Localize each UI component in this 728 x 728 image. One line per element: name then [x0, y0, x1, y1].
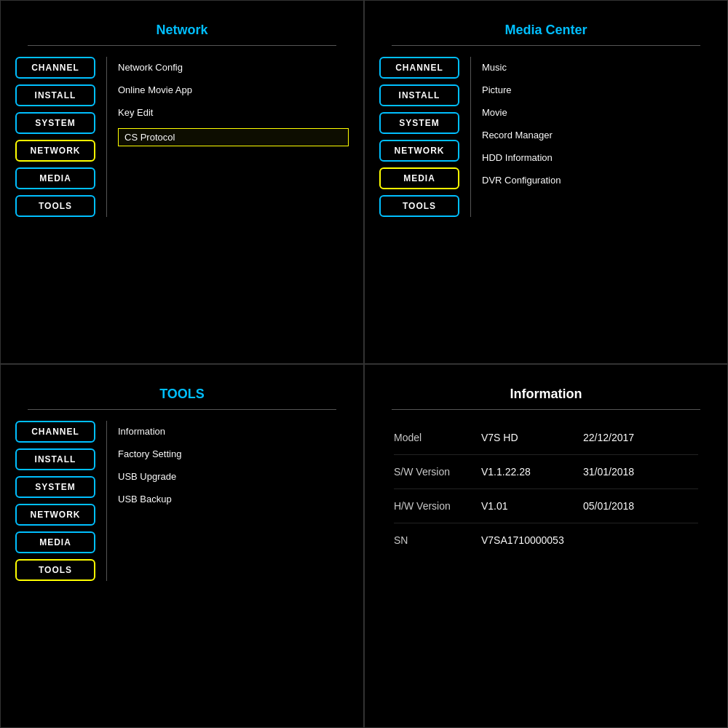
media-center-divider	[392, 45, 700, 46]
media-menu-picture[interactable]: Picture	[482, 83, 713, 97]
network-menu-key-edit[interactable]: Key Edit	[118, 106, 349, 119]
media-center-quadrant: Media Center CHANNEL INSTALL SYSTEM NETW…	[364, 0, 728, 364]
info-label-model: Model	[394, 432, 467, 443]
tools-title: TOOLS	[159, 387, 205, 402]
info-label-hw: H/W Version	[394, 500, 467, 512]
info-date-model: 22/12/2017	[583, 432, 634, 443]
info-value-sw: V1.1.22.28	[481, 466, 569, 478]
network-btn-channel[interactable]: CHANNEL	[15, 57, 95, 79]
tools-nav: CHANNEL INSTALL SYSTEM NETWORK MEDIA TOO…	[15, 421, 95, 581]
tools-menu-information[interactable]: Information	[118, 424, 349, 438]
network-btn-media[interactable]: MEDIA	[15, 167, 95, 189]
main-grid: Network CHANNEL INSTALL SYSTEM NETWORK M…	[0, 0, 728, 728]
information-content: Model V7S HD 22/12/2017 S/W Version V1.1…	[365, 421, 727, 557]
network-btn-tools[interactable]: TOOLS	[15, 195, 95, 217]
tools-btn-network[interactable]: NETWORK	[15, 504, 95, 526]
info-date-sw: 31/01/2018	[583, 466, 634, 478]
info-row-model: Model V7S HD 22/12/2017	[394, 421, 698, 455]
network-menu-cs-protocol[interactable]: CS Protocol	[118, 128, 349, 146]
tools-btn-channel[interactable]: CHANNEL	[15, 421, 95, 443]
information-quadrant: Information Model V7S HD 22/12/2017 S/W …	[364, 364, 728, 728]
media-center-title: Media Center	[505, 23, 587, 38]
network-menu: Network Config Online Movie App Key Edit…	[118, 57, 349, 217]
information-divider	[392, 409, 700, 410]
network-quadrant: Network CHANNEL INSTALL SYSTEM NETWORK M…	[0, 0, 364, 364]
media-btn-install[interactable]: INSTALL	[379, 84, 459, 106]
media-menu-movie[interactable]: Movie	[482, 106, 713, 119]
media-menu-record[interactable]: Record Manager	[482, 128, 713, 142]
network-btn-install[interactable]: INSTALL	[15, 84, 95, 106]
info-value-model: V7S HD	[481, 432, 569, 443]
tools-divider	[28, 409, 336, 410]
info-row-sw: S/W Version V1.1.22.28 31/01/2018	[394, 455, 698, 489]
network-btn-system[interactable]: SYSTEM	[15, 112, 95, 134]
tools-btn-media[interactable]: MEDIA	[15, 531, 95, 553]
media-center-vert-divider	[470, 57, 471, 217]
tools-quadrant: TOOLS CHANNEL INSTALL SYSTEM NETWORK MED…	[0, 364, 364, 728]
info-row-sn: SN V7SA1710000053	[394, 523, 698, 557]
network-divider	[28, 45, 336, 46]
info-label-sw: S/W Version	[394, 466, 467, 478]
media-btn-network[interactable]: NETWORK	[379, 140, 459, 162]
network-title: Network	[156, 23, 207, 38]
media-menu-dvr[interactable]: DVR Configuration	[482, 173, 713, 187]
network-btn-network[interactable]: NETWORK	[15, 140, 95, 162]
media-menu-music[interactable]: Music	[482, 60, 713, 74]
info-row-hw: H/W Version V1.01 05/01/2018	[394, 489, 698, 523]
media-center-menu: Music Picture Movie Record Manager HDD I…	[482, 57, 713, 217]
tools-btn-tools[interactable]: TOOLS	[15, 559, 95, 581]
info-label-sn: SN	[394, 534, 467, 546]
tools-menu-usb-backup[interactable]: USB Backup	[118, 492, 349, 506]
information-title: Information	[510, 387, 582, 402]
network-menu-movie-app[interactable]: Online Movie App	[118, 83, 349, 97]
info-value-sn: V7SA1710000053	[481, 534, 569, 546]
media-menu-hdd[interactable]: HDD Information	[482, 151, 713, 165]
info-value-hw: V1.01	[481, 500, 569, 512]
network-nav: CHANNEL INSTALL SYSTEM NETWORK MEDIA TOO…	[15, 57, 95, 217]
tools-btn-system[interactable]: SYSTEM	[15, 476, 95, 498]
media-btn-media[interactable]: MEDIA	[379, 167, 459, 189]
media-btn-system[interactable]: SYSTEM	[379, 112, 459, 134]
tools-menu-factory[interactable]: Factory Setting	[118, 447, 349, 461]
tools-vert-divider	[106, 421, 107, 581]
network-vert-divider	[106, 57, 107, 217]
media-center-content: CHANNEL INSTALL SYSTEM NETWORK MEDIA TOO…	[365, 57, 727, 217]
tools-btn-install[interactable]: INSTALL	[15, 448, 95, 470]
tools-menu: Information Factory Setting USB Upgrade …	[118, 421, 349, 581]
media-btn-channel[interactable]: CHANNEL	[379, 57, 459, 79]
media-center-nav: CHANNEL INSTALL SYSTEM NETWORK MEDIA TOO…	[379, 57, 459, 217]
network-content: CHANNEL INSTALL SYSTEM NETWORK MEDIA TOO…	[1, 57, 363, 217]
tools-menu-usb-upgrade[interactable]: USB Upgrade	[118, 470, 349, 483]
network-menu-config[interactable]: Network Config	[118, 60, 349, 74]
tools-content: CHANNEL INSTALL SYSTEM NETWORK MEDIA TOO…	[1, 421, 363, 581]
info-date-hw: 05/01/2018	[583, 500, 634, 512]
media-btn-tools[interactable]: TOOLS	[379, 195, 459, 217]
